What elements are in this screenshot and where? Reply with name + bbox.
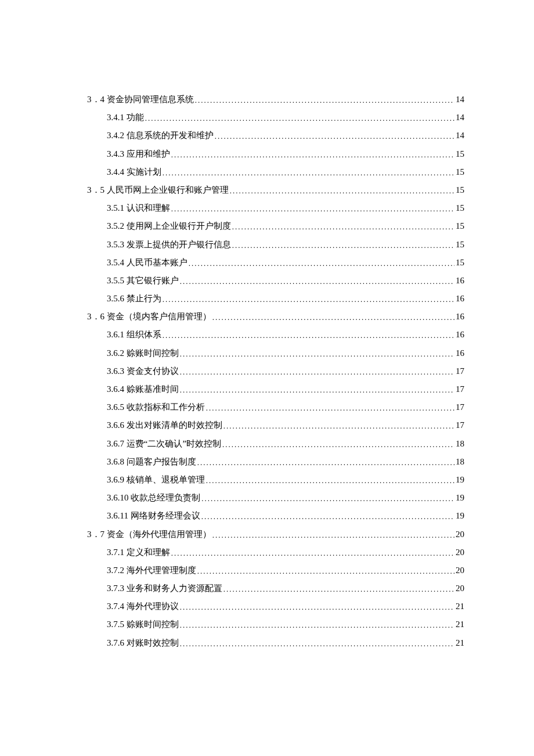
toc-entry: 3.6.8 问题客户报告制度18 — [107, 458, 464, 466]
toc-entry-label: 3.7.3 业务和财务人力资源配置 — [107, 584, 222, 593]
toc-entry-label: 3.5.4 人民币基本账户 — [107, 258, 187, 267]
toc-entry-page: 16 — [456, 330, 464, 339]
toc-entry: 3.7.1 定义和理解20 — [107, 548, 464, 557]
toc-entry: 3.7.3 业务和财务人力资源配置20 — [107, 584, 464, 593]
toc-entry-page: 19 — [456, 476, 464, 484]
toc-entry: 3.7.5 赊账时间控制21 — [107, 620, 464, 629]
toc-leader-dots — [180, 350, 454, 358]
toc-leader-dots — [212, 314, 454, 321]
toc-entry: 3.6.2 赊账时间控制16 — [107, 349, 464, 358]
toc-leader-dots — [230, 187, 454, 195]
toc-entry-label: 3.4.3 应用和维护 — [107, 150, 170, 159]
toc-entry-page: 17 — [456, 367, 464, 376]
toc-entry: 3.4.1 功能14 — [107, 113, 464, 122]
toc-entry-label: 3.4.1 功能 — [107, 113, 144, 122]
toc-entry-label: 3．5 人民币网上企业银行和账户管理 — [87, 186, 229, 195]
toc-entry: 3．5 人民币网上企业银行和账户管理15 — [87, 186, 464, 195]
toc-leader-dots — [180, 621, 454, 629]
toc-entry: 3.6.9 核销单、退税单管理19 — [107, 476, 464, 484]
toc-entry-label: 3.7.2 海外代理管理制度 — [107, 566, 196, 575]
toc-entry: 3.5.6 禁止行为16 — [107, 294, 464, 303]
toc-leader-dots — [171, 205, 454, 213]
toc-entry: 3.5.5 其它银行账户16 — [107, 276, 464, 285]
toc-leader-dots — [180, 386, 454, 394]
toc-entry-label: 3.7.4 海外代理协议 — [107, 602, 179, 611]
toc-entry-label: 3.4.4 实施计划 — [107, 168, 161, 177]
toc-entry-page: 19 — [456, 494, 464, 502]
toc-entry-page: 14 — [456, 131, 464, 140]
toc-entry-page: 15 — [456, 258, 464, 267]
toc-leader-dots — [232, 242, 454, 249]
toc-entry: 3.6.7 运费“二次确认”时效控制18 — [107, 440, 464, 448]
toc-leader-dots — [201, 513, 454, 520]
toc-entry: 3.6.5 收款指标和工作分析17 — [107, 403, 464, 412]
toc-entry-page: 18 — [456, 458, 464, 466]
toc-leader-dots — [206, 477, 454, 484]
toc-entry: 3.7.6 对账时效控制21 — [107, 639, 464, 647]
toc-leader-dots — [197, 459, 454, 466]
toc-entry-label: 3.6.2 赊账时间控制 — [107, 349, 179, 358]
toc-entry-label: 3.6.6 发出对账清单的时效控制 — [107, 421, 222, 430]
toc-leader-dots — [163, 332, 454, 339]
toc-entry-page: 17 — [456, 385, 464, 394]
toc-entry-label: 3.6.1 组织体系 — [107, 330, 161, 339]
table-of-contents: 3．4 资金协同管理信息系统143.4.1 功能143.4.2 信息系统的开发和… — [87, 95, 464, 647]
toc-entry-page: 14 — [456, 95, 464, 104]
toc-entry-label: 3.4.2 信息系统的开发和维护 — [107, 131, 214, 140]
toc-entry-label: 3．4 资金协同管理信息系统 — [87, 95, 194, 104]
toc-leader-dots — [189, 260, 454, 267]
toc-entry-label: 3.7.1 定义和理解 — [107, 548, 170, 557]
document-page: 3．4 资金协同管理信息系统143.4.1 功能143.4.2 信息系统的开发和… — [0, 0, 534, 647]
toc-entry-label: 3.6.10 收款总经理负责制 — [107, 494, 200, 502]
toc-entry: 3．4 资金协同管理信息系统14 — [87, 95, 464, 104]
toc-entry-label: 3.6.4 赊账基准时间 — [107, 385, 179, 394]
toc-entry-page: 16 — [456, 276, 464, 285]
toc-leader-dots — [222, 441, 454, 448]
toc-entry: 3.6.6 发出对账清单的时效控制17 — [107, 421, 464, 430]
toc-entry-page: 20 — [456, 530, 464, 539]
toc-entry: 3.6.3 资金支付协议17 — [107, 367, 464, 376]
toc-entry: 3．6 资金（境内客户信用管理）16 — [87, 312, 464, 321]
toc-entry: 3．7 资金（海外代理信用管理）20 — [87, 530, 464, 539]
toc-leader-dots — [212, 531, 454, 539]
toc-entry-page: 20 — [456, 566, 464, 575]
toc-entry-label: 3．7 资金（海外代理信用管理） — [87, 530, 211, 539]
toc-entry-label: 3.6.9 核销单、退税单管理 — [107, 476, 205, 484]
toc-leader-dots — [180, 640, 454, 647]
toc-leader-dots — [163, 169, 454, 177]
toc-entry: 3.5.4 人民币基本账户15 — [107, 258, 464, 267]
toc-entry-page: 16 — [456, 294, 464, 303]
toc-entry: 3.6.11 网络财务经理会议19 — [107, 512, 464, 520]
toc-leader-dots — [171, 151, 454, 159]
toc-entry: 3.6.10 收款总经理负责制19 — [107, 494, 464, 502]
toc-entry-label: 3.6.8 问题客户报告制度 — [107, 458, 196, 466]
toc-leader-dots — [180, 603, 454, 611]
toc-entry-page: 15 — [456, 222, 464, 231]
toc-entry: 3.7.4 海外代理协议21 — [107, 602, 464, 611]
toc-entry-label: 3.6.11 网络财务经理会议 — [107, 512, 200, 520]
toc-leader-dots — [180, 368, 454, 376]
toc-entry-page: 15 — [456, 204, 464, 213]
toc-entry: 3.6.1 组织体系16 — [107, 330, 464, 339]
toc-leader-dots — [145, 114, 454, 122]
toc-entry: 3.7.2 海外代理管理制度20 — [107, 566, 464, 575]
toc-entry: 3.6.4 赊账基准时间17 — [107, 385, 464, 394]
toc-leader-dots — [215, 132, 454, 140]
toc-entry: 3.4.4 实施计划15 — [107, 168, 464, 177]
toc-entry: 3.4.3 应用和维护15 — [107, 150, 464, 159]
toc-entry-page: 15 — [456, 150, 464, 159]
toc-entry: 3.5.1 认识和理解15 — [107, 204, 464, 213]
toc-entry-label: 3.6.7 运费“二次确认”时效控制 — [107, 440, 221, 448]
toc-entry-page: 21 — [456, 602, 464, 611]
toc-entry-label: 3.5.3 发票上提供的开户银行信息 — [107, 240, 231, 249]
toc-leader-dots — [223, 585, 454, 593]
toc-leader-dots — [171, 549, 454, 557]
toc-entry-page: 17 — [456, 421, 464, 430]
toc-leader-dots — [197, 567, 454, 575]
toc-entry-page: 16 — [456, 312, 464, 321]
toc-leader-dots — [232, 223, 454, 231]
toc-entry-page: 16 — [456, 349, 464, 358]
toc-leader-dots — [195, 96, 454, 104]
toc-entry-page: 21 — [456, 639, 464, 647]
toc-leader-dots — [223, 422, 454, 430]
